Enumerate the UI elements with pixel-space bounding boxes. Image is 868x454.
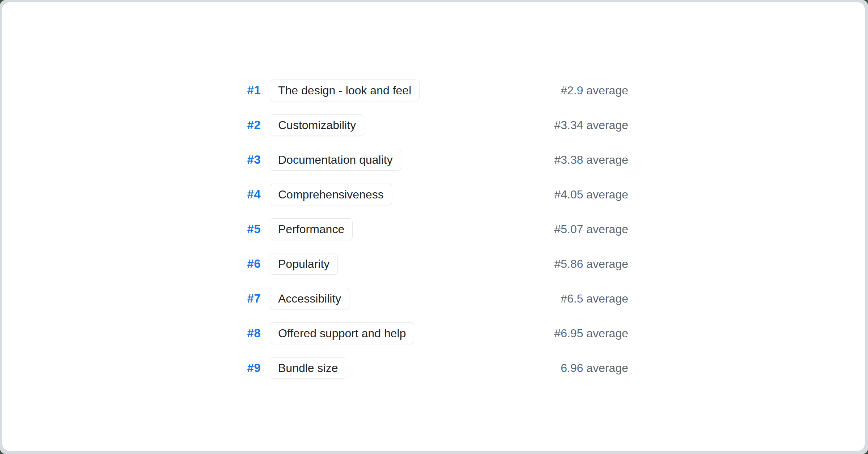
ranking-row: #9 Bundle size 6.96 average [235,357,628,379]
option-label-chip: Offered support and help [270,322,414,344]
ranking-row: #7 Accessibility #6.5 average [235,288,628,309]
average-rank-value: #6.5 average [561,292,628,305]
average-rank-value: #6.95 average [554,327,628,340]
rank-badge: #3 [235,153,261,167]
rank-badge: #8 [235,326,261,340]
average-rank-value: #3.34 average [554,119,628,132]
option-label-chip: Bundle size [270,357,346,379]
rank-badge: #1 [235,83,261,97]
option-label-chip: Documentation quality [270,149,401,171]
option-label-chip: Popularity [270,253,338,275]
average-rank-value: #2.9 average [561,84,628,97]
results-card: #1 The design - look and feel #2.9 avera… [2,2,865,451]
rank-badge: #9 [235,361,261,375]
average-rank-value: #5.86 average [554,257,628,271]
option-label-chip: Accessibility [270,288,349,309]
window-frame: #1 The design - look and feel #2.9 avera… [0,0,868,454]
option-label-chip: The design - look and feel [270,80,420,101]
ranking-row: #3 Documentation quality #3.38 average [235,149,628,171]
rank-badge: #6 [235,257,261,271]
rank-badge: #7 [235,292,261,305]
ranking-row: #2 Customizability #3.34 average [235,114,628,136]
average-rank-value: #4.05 average [554,188,628,201]
ranking-row: #5 Performance #5.07 average [235,218,628,240]
ranking-row: #1 The design - look and feel #2.9 avera… [235,80,628,101]
rank-badge: #4 [235,188,261,201]
rank-badge: #5 [235,222,261,236]
ranking-results-list: #1 The design - look and feel #2.9 avera… [235,80,628,379]
ranking-row: #6 Popularity #5.86 average [235,253,628,275]
option-label-chip: Customizability [270,114,364,136]
ranking-row: #4 Comprehensiveness #4.05 average [235,184,628,205]
average-rank-value: 6.96 average [561,361,628,375]
option-label-chip: Comprehensiveness [270,184,392,205]
option-label-chip: Performance [270,218,353,240]
average-rank-value: #5.07 average [554,223,628,236]
average-rank-value: #3.38 average [554,153,628,167]
rank-badge: #2 [235,118,261,132]
ranking-row: #8 Offered support and help #6.95 averag… [235,322,628,344]
